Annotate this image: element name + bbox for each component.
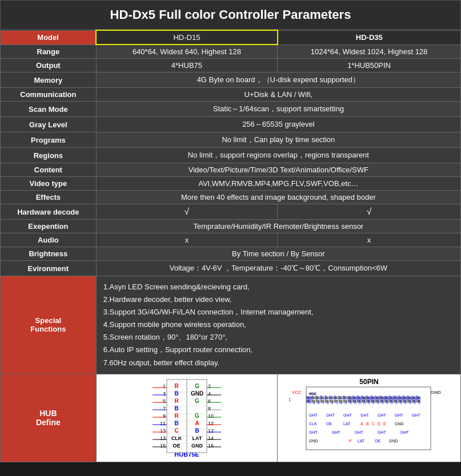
svg-text:8: 8 [208, 406, 211, 412]
svg-text:GND: GND [309, 439, 318, 443]
svg-text:B: B [366, 422, 369, 426]
svg-text:GND: GND [367, 396, 371, 404]
model-hd15: HD-D15 [96, 30, 277, 45]
range-hd35: 1024*64, Widest 1024, Highest 128 [278, 45, 461, 59]
main-container: HD-Dx5 Full color Controller Parameters … [0, 0, 461, 462]
table-row-model: Model HD-D15 HD-D35 [1, 30, 461, 45]
table-row-hub: HUBDefine HUB75E 1 R G 2 3 [1, 374, 461, 462]
svg-text:GND: GND [399, 396, 403, 404]
videotype-label: Video type [1, 177, 97, 191]
svg-text:GND: GND [431, 390, 441, 395]
memory-label: Memory [1, 72, 97, 88]
svg-text:6: 6 [208, 398, 211, 404]
svg-text:c: c [322, 402, 325, 404]
effects-label: Effects [1, 191, 97, 204]
svg-text:50PIN: 50PIN [359, 378, 378, 386]
table-row-exception: Exepention Temprature/Humidity/IR Remote… [1, 220, 461, 233]
environment-label: Evironment [1, 261, 97, 276]
svg-text:14: 14 [208, 435, 214, 441]
svg-text:10: 10 [208, 413, 214, 419]
svg-text:G: G [195, 383, 199, 389]
range-label: Range [1, 45, 97, 59]
output-hd35: 1*HUB50PIN [278, 59, 461, 72]
svg-text:D: D [378, 422, 380, 426]
communication-value: U+Disk & LAN / Wifi, [96, 88, 460, 102]
svg-text:OE: OE [173, 443, 180, 449]
svg-text:GHT: GHT [412, 413, 421, 417]
svg-text:GHT: GHT [395, 413, 404, 417]
graylevel-value: 256～65535 graylevel [96, 117, 460, 132]
svg-text:GND: GND [418, 396, 421, 404]
exception-value: Temprature/Humidity/IR Remoter/Brightnes… [96, 220, 460, 233]
svg-text:3: 3 [163, 391, 166, 397]
svg-text:VCC: VCC [292, 390, 302, 395]
table-row-memory: Memory 4G Byte on board，（U-disk expend s… [1, 72, 461, 88]
hub75-diagram: HUB75E 1 R G 2 3 B GND 4 [96, 374, 277, 462]
svg-text:B: B [174, 405, 178, 412]
svg-text:16: 16 [208, 443, 214, 449]
svg-text:g: g [340, 402, 343, 404]
svg-text:1: 1 [163, 384, 166, 389]
svg-text:G: G [195, 413, 199, 419]
brightness-label: Brightness [1, 247, 97, 261]
audio-hd15: x [96, 233, 277, 247]
output-hd15: 4*HUB75 [96, 59, 277, 72]
svg-text:GND: GND [354, 396, 357, 404]
svg-text:S6: S6 [333, 395, 336, 400]
hwdecode-hd15: √ [96, 204, 277, 220]
svg-text:P: P [349, 439, 352, 443]
svg-text:GND: GND [358, 396, 362, 404]
scanmode-value: Static～1/64scan，support smartsetting [96, 102, 460, 117]
audio-label: Audio [1, 233, 97, 247]
svg-text:GND: GND [408, 396, 412, 404]
svg-text:R: R [174, 398, 179, 404]
special-functions-label: SpecialFunctions [1, 276, 97, 374]
svg-text:7: 7 [163, 406, 166, 412]
svg-text:13: 13 [160, 435, 166, 441]
svg-text:2: 2 [208, 384, 211, 389]
svg-text:GND: GND [395, 422, 404, 426]
svg-text:S5: S5 [328, 395, 332, 400]
svg-text:GHT: GHT [309, 413, 318, 417]
svg-text:4: 4 [208, 391, 211, 397]
exception-label: Exepention [1, 220, 97, 233]
hub50-diagram: 50PIN VCC GND S1 VCC [278, 374, 461, 462]
svg-text:GHT: GHT [332, 430, 341, 434]
svg-text:GHT: GHT [343, 413, 352, 417]
svg-text:LAT: LAT [193, 435, 202, 441]
model-label: Model [1, 30, 97, 45]
svg-text:B: B [195, 427, 199, 434]
table-row-scanmode: Scan Mode Static～1/64scan，support smarts… [1, 102, 461, 117]
table-row-effects: Effects More then 40 effects and image b… [1, 191, 461, 204]
table-row-graylevel: Gray Level 256～65535 graylevel [1, 117, 461, 132]
scanmode-label: Scan Mode [1, 102, 97, 117]
special-functions-content: 1.Asyn LED Screen sending&recieving card… [96, 276, 460, 374]
svg-text:GND: GND [349, 396, 352, 404]
svg-text:GND: GND [372, 396, 375, 404]
svg-text:15: 15 [160, 443, 166, 449]
environment-value: Voltage：4V-6V ，Temperature：-40℃～80℃，Cons… [96, 261, 460, 276]
svg-text:S8: S8 [342, 395, 346, 400]
programs-value: No limit，Can play by time section [96, 132, 460, 148]
svg-text:GHT: GHT [355, 430, 364, 434]
hwdecode-label: Hardware decode [1, 204, 97, 220]
svg-text:GHT: GHT [378, 430, 387, 434]
svg-text:A: A [195, 420, 199, 426]
communication-label: Communication [1, 88, 97, 102]
memory-value: 4G Byte on board，（U-disk expend supporte… [96, 72, 460, 88]
graylevel-label: Gray Level [1, 117, 97, 132]
svg-text:GND: GND [404, 396, 407, 404]
videotype-value: AVI,WMV,RMVB,MP4,MPG,FLV,SWF,VOB,etc… [96, 177, 460, 191]
content-label: Content [1, 163, 97, 177]
svg-text:GHT: GHT [326, 413, 335, 417]
params-table: Model HD-D15 HD-D35 Range 640*64, Widest… [0, 30, 461, 462]
range-hd15: 640*64, Widest 640, Highest 128 [96, 45, 277, 59]
programs-label: Programs [1, 132, 97, 148]
svg-text:S4: S4 [324, 395, 327, 400]
svg-text:GND: GND [390, 396, 394, 404]
svg-text:GND: GND [191, 390, 203, 397]
table-row-special-functions: SpecialFunctions 1.Asyn LED Screen sendi… [1, 276, 461, 374]
svg-text:GND: GND [395, 396, 398, 404]
svg-text:B: B [174, 420, 178, 426]
svg-text:12: 12 [208, 428, 214, 434]
